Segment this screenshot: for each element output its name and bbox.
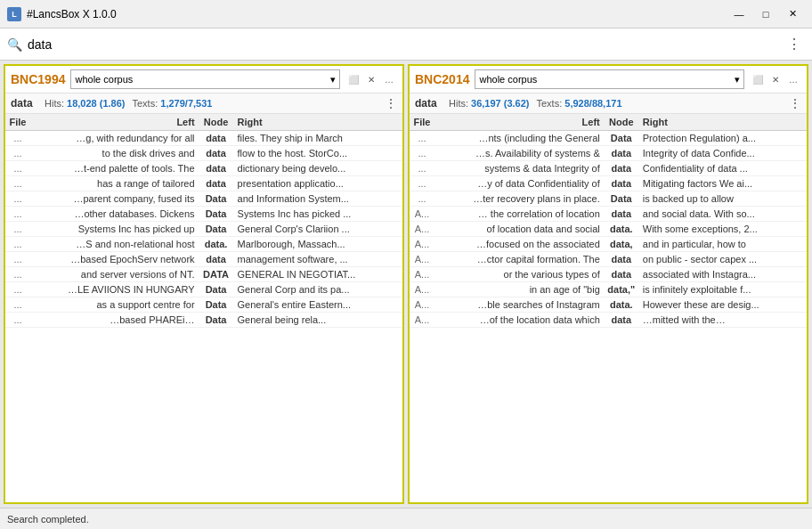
stats-row-right: data Hits: 36,197 (3.62) Texts: 5,928/88… xyxy=(410,94,807,114)
table-row[interactable]: ... …other databases. Dickens Data Syste… xyxy=(5,207,402,222)
cell-file: ... xyxy=(5,131,30,146)
cell-file: ... xyxy=(5,297,30,313)
stats-node-right: data xyxy=(415,97,442,110)
search-menu-button[interactable]: ⋮ xyxy=(784,34,805,55)
corpus-dropdown-right[interactable]: whole corpus ▾ xyxy=(475,69,744,89)
stats-menu-right[interactable]: ⋮ xyxy=(789,96,801,110)
cell-right: dictionary being develo... xyxy=(234,161,402,176)
cell-right: Mitigating factors We ai... xyxy=(639,176,807,191)
table-row[interactable]: ... as a support centre for Data General… xyxy=(5,297,402,313)
cell-left: or the various types of xyxy=(434,267,604,282)
table-row[interactable]: A... …of the location data which data …m… xyxy=(410,313,807,328)
maximize-button[interactable]: □ xyxy=(753,4,778,24)
table-row[interactable]: ... …s. Availability of systems & data I… xyxy=(410,146,807,161)
cell-right: on public - sector capex ... xyxy=(639,252,807,267)
cell-node: data. xyxy=(604,222,639,237)
cell-node: data," xyxy=(604,282,639,297)
table-row[interactable]: ... …based EpochServ network data manage… xyxy=(5,252,402,267)
table-row[interactable]: A... …ctor capital formation. The data o… xyxy=(410,252,807,267)
table-row[interactable]: A... in an age of "big data," is infinit… xyxy=(410,282,807,297)
corpus-dropdown-left[interactable]: whole corpus ▾ xyxy=(70,69,340,89)
table-row[interactable]: ... Systems Inc has picked up Data Gener… xyxy=(5,222,402,237)
cell-file: ... xyxy=(410,191,434,207)
cell-right: Systems Inc has picked ... xyxy=(234,207,402,222)
cell-left: …y of data Confidentiality of xyxy=(434,176,604,191)
search-input[interactable] xyxy=(28,37,778,52)
table-row[interactable]: ... …t-end palette of tools. The data di… xyxy=(5,161,402,176)
cell-file: A... xyxy=(410,237,434,252)
table-row[interactable]: ... and server versions of NT. DATA GENE… xyxy=(5,267,402,282)
search-icon: 🔍 xyxy=(7,37,22,52)
cell-right: management software, ... xyxy=(234,252,402,267)
col-right-left: Right xyxy=(234,114,402,131)
search-bar: 🔍 ⋮ xyxy=(0,28,812,61)
table-row[interactable]: ... to the disk drives and data flow to … xyxy=(5,146,402,161)
stats-menu-left[interactable]: ⋮ xyxy=(385,96,397,110)
panel-expand-button-right[interactable]: ⬜ xyxy=(750,71,766,87)
cell-node: data xyxy=(199,161,234,176)
table-row[interactable]: ... …nts (including the General Data Pro… xyxy=(410,131,807,146)
panel-menu-button-right[interactable]: … xyxy=(785,71,801,87)
cell-node: data. xyxy=(199,237,234,252)
table-row[interactable]: ... …LE AVIIONS IN HUNGARY Data General … xyxy=(5,282,402,297)
cell-left: …ble searches of Instagram xyxy=(434,297,604,313)
cell-file: ... xyxy=(5,176,30,191)
table-row[interactable]: ... …y of data Confidentiality of data M… xyxy=(410,176,807,191)
kwic-table-right[interactable]: File Left Node Right ... …nts (including… xyxy=(410,114,807,502)
table-row[interactable]: ... …S and non-relational host data. Mar… xyxy=(5,237,402,252)
cell-node: data xyxy=(604,161,639,176)
app-icon: L xyxy=(7,7,21,21)
cell-left: …nts (including the General xyxy=(434,131,604,146)
stats-hits-left: Hits: 18,028 (1.86) xyxy=(45,98,126,109)
cell-file: ... xyxy=(410,176,434,191)
cell-left: …ter recovery plans in place. xyxy=(434,191,604,207)
cell-left: as a support centre for xyxy=(30,297,199,313)
window-controls: — □ ✕ xyxy=(727,4,805,24)
cell-left: systems & data Integrity of xyxy=(434,161,604,176)
cell-file: ... xyxy=(5,161,30,176)
table-row[interactable]: ... systems & data Integrity of data Con… xyxy=(410,161,807,176)
cell-file: ... xyxy=(5,267,30,282)
table-row[interactable]: ... …g, with redundancy for all data fil… xyxy=(5,131,402,146)
table-row[interactable]: ... …parent company, fused its Data and … xyxy=(5,191,402,207)
cell-node: data xyxy=(199,176,234,191)
panel-expand-button-left[interactable]: ⬜ xyxy=(345,71,361,87)
table-row[interactable]: A... of location data and social data. W… xyxy=(410,222,807,237)
minimize-button[interactable]: — xyxy=(727,4,751,24)
panel-close-button-right[interactable]: ✕ xyxy=(767,71,784,87)
table-row[interactable]: ... …based PHAREi… Data General being re… xyxy=(5,313,402,328)
cell-right: Marlborough, Massach... xyxy=(234,237,402,252)
panel-close-button-left[interactable]: ✕ xyxy=(363,71,379,87)
table-row[interactable]: ... …ter recovery plans in place. Data i… xyxy=(410,191,807,207)
table-row[interactable]: ... has a range of tailored data present… xyxy=(5,176,402,191)
cell-left: has a range of tailored xyxy=(30,176,199,191)
cell-node: data, xyxy=(604,237,639,252)
cell-node: data xyxy=(199,252,234,267)
cell-left: …of the location data which xyxy=(434,313,604,328)
cell-right: However these are desig... xyxy=(639,297,807,313)
cell-right: is backed up to allow xyxy=(639,191,807,207)
cell-file: A... xyxy=(410,222,434,237)
panel-bnc2014: BNC2014 whole corpus ▾ ⬜ ✕ … data Hits: … xyxy=(408,64,808,504)
cell-left: in an age of "big xyxy=(434,282,604,297)
panel-menu-button-left[interactable]: … xyxy=(381,71,397,87)
table-row[interactable]: A... …ble searches of Instagram data. Ho… xyxy=(410,297,807,313)
table-row[interactable]: A... or the various types of data associ… xyxy=(410,267,807,282)
close-button[interactable]: ✕ xyxy=(780,4,805,24)
cell-left: …parent company, fused its xyxy=(30,191,199,207)
cell-left: …based PHAREi… xyxy=(30,313,199,328)
chevron-down-icon: ▾ xyxy=(330,74,336,85)
cell-left: …g, with redundancy for all xyxy=(30,131,199,146)
cell-right: …mitted with the… xyxy=(639,313,807,328)
kwic-table-left[interactable]: File Left Node Right ... …g, with redund… xyxy=(5,114,402,502)
cell-right: presentation applicatio... xyxy=(234,176,402,191)
cell-node: DATA xyxy=(199,267,234,282)
col-node-right: Node xyxy=(604,114,639,131)
cell-right: General being rela... xyxy=(234,313,402,328)
table-row[interactable]: A... … the correlation of location data … xyxy=(410,207,807,222)
table-row[interactable]: A... …focused on the associated data, an… xyxy=(410,237,807,252)
cell-right: Protection Regulation) a... xyxy=(639,131,807,146)
title-bar: L #LancsBox X 1.0.0 — □ ✕ xyxy=(0,0,812,28)
cell-right: flow to the host. StorCo... xyxy=(234,146,402,161)
cell-file: A... xyxy=(410,207,434,222)
